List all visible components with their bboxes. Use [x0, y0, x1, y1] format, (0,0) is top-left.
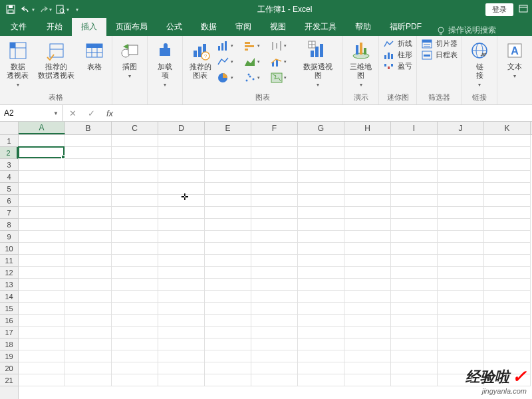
cell[interactable]: [19, 231, 65, 243]
tab-data[interactable]: 数据: [192, 18, 226, 36]
cell[interactable]: [298, 374, 344, 386]
cell[interactable]: [391, 315, 438, 327]
cell[interactable]: [251, 183, 298, 195]
cell[interactable]: [19, 315, 65, 327]
cell[interactable]: [65, 219, 112, 231]
cell[interactable]: [65, 183, 112, 195]
formula-input[interactable]: [119, 105, 532, 121]
bar-chart-button[interactable]: ▾: [244, 39, 267, 53]
cell[interactable]: [65, 279, 112, 291]
cell[interactable]: [438, 350, 484, 362]
cell[interactable]: [344, 207, 391, 219]
cell[interactable]: [112, 243, 158, 255]
cell[interactable]: [205, 338, 251, 350]
row-header[interactable]: 16: [0, 315, 18, 327]
cell[interactable]: [112, 279, 158, 291]
cell[interactable]: [484, 350, 531, 362]
cell[interactable]: [158, 303, 205, 315]
cell[interactable]: [438, 315, 484, 327]
cell[interactable]: [484, 135, 531, 147]
cell[interactable]: [19, 195, 65, 207]
timeline-button[interactable]: 日程表: [421, 50, 458, 60]
cell[interactable]: [438, 183, 484, 195]
cell[interactable]: [391, 243, 438, 255]
cell[interactable]: [205, 350, 251, 362]
cell[interactable]: [344, 374, 391, 386]
cell[interactable]: [158, 159, 205, 171]
cell[interactable]: [205, 374, 251, 386]
cell[interactable]: [19, 291, 65, 303]
cell[interactable]: [438, 195, 484, 207]
cell[interactable]: [251, 291, 298, 303]
cell[interactable]: [19, 171, 65, 183]
row-header[interactable]: 11: [0, 255, 18, 267]
cell[interactable]: [205, 303, 251, 315]
cell[interactable]: [298, 303, 344, 315]
cell[interactable]: [438, 159, 484, 171]
cell[interactable]: [438, 231, 484, 243]
cell[interactable]: [484, 207, 531, 219]
cell[interactable]: [344, 183, 391, 195]
preview-icon[interactable]: ▾: [57, 4, 68, 15]
cell[interactable]: [438, 327, 484, 338]
cell[interactable]: [344, 171, 391, 183]
cell[interactable]: [438, 207, 484, 219]
cell[interactable]: [205, 279, 251, 291]
tab-home[interactable]: 开始: [37, 18, 72, 36]
cell[interactable]: [344, 338, 391, 350]
cell[interactable]: [205, 255, 251, 267]
cell[interactable]: [112, 303, 158, 315]
cell[interactable]: [158, 374, 205, 386]
cell[interactable]: [298, 291, 344, 303]
table-button[interactable]: 表格: [81, 39, 108, 71]
cell[interactable]: [19, 255, 65, 267]
cell[interactable]: [298, 147, 344, 159]
cell[interactable]: [298, 183, 344, 195]
cell[interactable]: [391, 374, 438, 386]
cell[interactable]: [251, 195, 298, 207]
cell[interactable]: [205, 159, 251, 171]
cell[interactable]: [298, 243, 344, 255]
row-header[interactable]: 3: [0, 159, 18, 171]
cell[interactable]: [391, 231, 438, 243]
illustrations-button[interactable]: 插图▾: [116, 39, 143, 80]
cell[interactable]: [251, 243, 298, 255]
cell[interactable]: [438, 291, 484, 303]
cell[interactable]: [298, 279, 344, 291]
cell[interactable]: [484, 327, 531, 338]
column-header[interactable]: G: [298, 122, 344, 134]
cell[interactable]: [438, 338, 484, 350]
cell[interactable]: [19, 183, 65, 195]
cell[interactable]: [484, 183, 531, 195]
cell[interactable]: [112, 183, 158, 195]
cell[interactable]: [438, 135, 484, 147]
cell[interactable]: [391, 327, 438, 338]
cell[interactable]: [438, 219, 484, 231]
cell[interactable]: [112, 171, 158, 183]
row-header[interactable]: 7: [0, 207, 18, 219]
cell[interactable]: [112, 219, 158, 231]
cell[interactable]: [112, 159, 158, 171]
cell[interactable]: [65, 207, 112, 219]
cell[interactable]: [251, 147, 298, 159]
cell[interactable]: [251, 255, 298, 267]
cell[interactable]: [298, 315, 344, 327]
link-button[interactable]: 链 接▾: [466, 39, 493, 89]
row-header[interactable]: 5: [0, 183, 18, 195]
cell[interactable]: [344, 159, 391, 171]
cell[interactable]: [298, 135, 344, 147]
sparkline-line-button[interactable]: 折线: [383, 39, 412, 49]
row-header[interactable]: 1: [0, 135, 18, 147]
login-button[interactable]: 登录: [485, 3, 513, 16]
row-header[interactable]: 6: [0, 195, 18, 207]
cell[interactable]: [112, 374, 158, 386]
cell[interactable]: [112, 255, 158, 267]
cell[interactable]: [344, 219, 391, 231]
column-chart-button[interactable]: ▾: [217, 39, 240, 53]
cell[interactable]: [158, 219, 205, 231]
cell[interactable]: [391, 338, 438, 350]
cell[interactable]: [251, 327, 298, 338]
cell[interactable]: [158, 338, 205, 350]
cell[interactable]: [391, 183, 438, 195]
cell[interactable]: [391, 135, 438, 147]
